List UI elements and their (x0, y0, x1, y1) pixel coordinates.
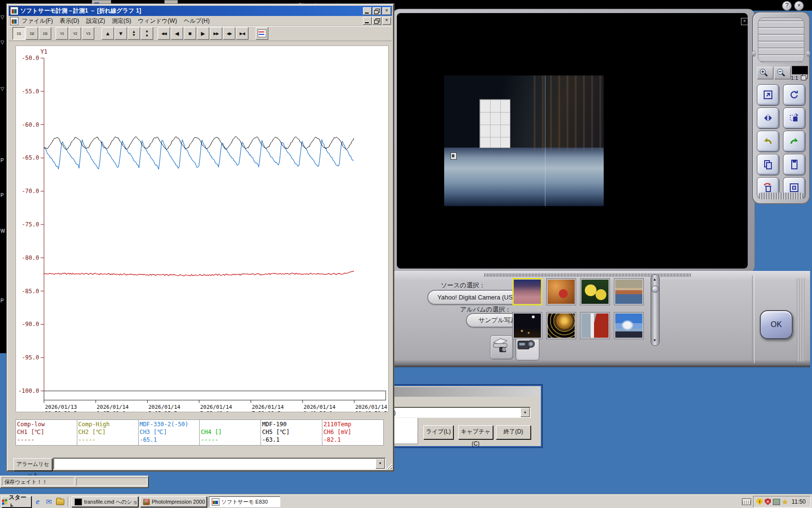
thumbnail-lighthouse-ship[interactable] (580, 312, 610, 339)
device-tray-icon[interactable] (773, 499, 780, 505)
chevron-down-icon[interactable]: ▼ (521, 408, 530, 417)
menu-設定(Z)[interactable]: 設定(Z) (83, 16, 108, 26)
scroll-time-button-5[interactable]: ◀▶ (223, 27, 235, 40)
start-button[interactable]: スタート (1, 496, 31, 508)
close-app-button[interactable]: × (794, 1, 804, 11)
redo-button[interactable] (783, 131, 805, 152)
desktop-icon-fragment: P (0, 193, 4, 198)
scroll-time-button-6[interactable]: ▶◀ (236, 27, 248, 40)
crop-rotate-button[interactable] (783, 107, 805, 129)
undo-button[interactable] (757, 131, 779, 152)
menu-表示(D)[interactable]: 表示(D) (56, 16, 83, 26)
palette-grip[interactable] (758, 17, 804, 63)
help-button[interactable]: ? (782, 1, 792, 11)
mdi-minimize-icon[interactable] (363, 17, 372, 25)
scroll-time-button-3[interactable]: ▶ (197, 27, 209, 40)
mdi-restore-icon[interactable] (373, 17, 381, 25)
star-tray-icon[interactable]: ★ (782, 498, 788, 506)
scroll-time-button-1[interactable]: ◀ (171, 27, 183, 40)
axis-select-Y2[interactable]: Y2 (69, 27, 81, 40)
thumbnail-harbor-town[interactable] (614, 278, 644, 305)
photo-streaks (527, 75, 604, 151)
photo-window-grid (479, 99, 511, 149)
scanner-source-button[interactable] (490, 335, 513, 359)
scroll-up-icon[interactable]: ▲ (651, 275, 658, 284)
palette-buttons (757, 84, 807, 198)
graph-settings-button[interactable] (256, 27, 268, 40)
menu-測定(S)[interactable]: 測定(S) (108, 16, 134, 26)
axis-select-Y3[interactable]: Y3 (82, 27, 94, 40)
internet-explorer-icon[interactable]: e (33, 497, 43, 507)
scroll-time-button-4[interactable]: ▶▶ (210, 27, 222, 40)
scroll-vertical-button-0[interactable]: ▲ (102, 27, 114, 40)
ok-button[interactable]: OK (760, 310, 793, 339)
paste-button[interactable] (783, 154, 805, 175)
thumbnail-cardinal-bird[interactable] (546, 278, 576, 305)
rotate-image-button[interactable] (783, 84, 805, 105)
resize-grip[interactable] (386, 463, 392, 469)
scroll-down-icon[interactable]: ▼ (651, 336, 658, 345)
mdi-close-icon[interactable]: × (382, 17, 391, 25)
menu-ヘルプ(H)[interactable]: ヘルプ(H) (180, 16, 213, 26)
svg-text:-85.0: -85.0 (22, 288, 39, 295)
thumbnail-sky-clouds[interactable] (614, 312, 644, 339)
menu-ウィンドウ(W)[interactable]: ウィンドウ(W) (134, 16, 180, 26)
task-button-cmd[interactable]: transfile.cmd へのショート... (72, 496, 138, 507)
menu-items: ファイル(F)表示(D)設定(Z)測定(S)ウィンドウ(W)ヘルプ(H) (18, 16, 213, 26)
thumbnail-fiber-optic-lights[interactable] (546, 312, 576, 339)
warning-shield-icon[interactable]: ! (756, 498, 763, 505)
axis-select-Y1[interactable]: Y1 (56, 27, 68, 40)
scroll-vertical-button-3[interactable]: ▼▲ (141, 27, 153, 40)
thumbnail-yellow-flowers[interactable] (580, 278, 610, 305)
scroll-time-button-0[interactable]: ◀◀ (158, 27, 170, 40)
thumbnail-night-skyline-image (514, 314, 541, 338)
chevron-down-icon[interactable]: ▼ (376, 459, 385, 469)
palette-bottom-grip[interactable] (759, 193, 803, 199)
alarm-dropdown[interactable]: ▼ (53, 458, 386, 470)
scrollbar-thumb[interactable] (652, 285, 659, 293)
task-button-photo[interactable]: PhotoImpression 2000 (140, 496, 207, 507)
zoom-in-icon (757, 67, 770, 78)
keyboard-layout-icon[interactable] (742, 498, 751, 505)
resize-icon (762, 89, 774, 101)
thumbnail-scrollbar[interactable]: ▲ ▼ (651, 274, 660, 346)
restore-icon[interactable] (373, 7, 381, 15)
minimize-icon[interactable] (363, 7, 372, 15)
show-desktop-icon[interactable] (55, 497, 65, 507)
menu-ファイル(F)[interactable]: ファイル(F) (18, 16, 56, 26)
close-view-icon[interactable]: × (741, 18, 748, 25)
mail-icon[interactable]: ✉ (44, 497, 54, 507)
thumbnail-fiber-optic-lights-image (548, 314, 575, 338)
legend-cell-ch2: Comp-HighCH2 [℃]----- (77, 420, 139, 445)
source-select-label: ソースの選択： (441, 281, 485, 290)
svg-text:2026/01/14: 2026/01/14 (200, 404, 232, 410)
zoom-out-button[interactable] (774, 67, 791, 79)
copy-button[interactable] (757, 154, 779, 175)
desktop-icon-fragment: W (0, 228, 5, 234)
task-button-thermo[interactable]: ソフトサーモ E830 (209, 496, 280, 507)
thumbnail-red-rock-spires[interactable] (512, 278, 542, 305)
scroll-time-button-2[interactable]: ■ (184, 27, 196, 40)
task-buttons: transfile.cmd へのショート...PhotoImpression 2… (72, 496, 282, 507)
capture-button[interactable]: キャプチャ(C) (458, 425, 493, 439)
data-select-D1[interactable]: D1 (13, 27, 25, 40)
zoom-in-button[interactable] (757, 67, 773, 79)
redo-icon (788, 135, 800, 147)
album-thumbnail-grid (512, 278, 646, 339)
title-bar[interactable]: ソフトサーモ計測－計測1 － [折れ線グラフ 1] × (9, 6, 392, 16)
error-shield-icon[interactable]: × (765, 498, 771, 505)
exit-button[interactable]: 終了(D) (496, 425, 531, 439)
scroll-vertical-button-1[interactable]: ▼ (115, 27, 127, 40)
alarm-reset-button[interactable]: アラームリセット (14, 458, 52, 471)
palette-notch (752, 50, 756, 57)
thumbnail-night-skyline[interactable] (512, 312, 542, 339)
desktop: PhotoImpression ? × ▽▽▽PPWP × ソースの選択： Ya… (0, 0, 812, 508)
scroll-vertical-button-2[interactable]: ▲▼ (128, 27, 140, 40)
flip-image-button[interactable] (757, 107, 779, 129)
data-select-D2[interactable]: D2 (26, 27, 38, 40)
live-button[interactable]: ライブ(L) (423, 425, 453, 439)
data-select-D3[interactable]: D3 (39, 27, 51, 40)
resize-image-button[interactable] (757, 84, 779, 105)
window-stack-icon[interactable] (801, 75, 806, 80)
close-icon[interactable]: × (382, 7, 391, 15)
